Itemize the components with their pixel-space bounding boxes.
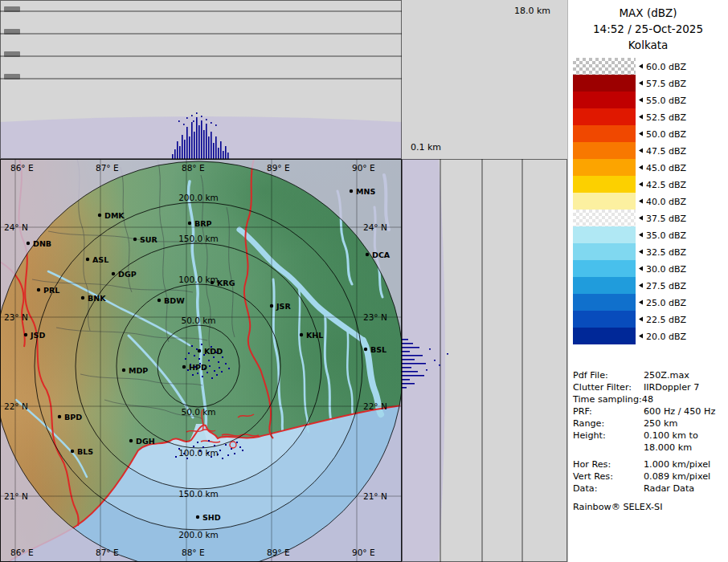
- svg-text:24° N: 24° N: [363, 222, 387, 232]
- legend-value-label: 47.5 dBZ: [639, 145, 686, 156]
- legend-arrow-icon: [639, 317, 643, 322]
- legend-value-label: 27.5 dBZ: [639, 280, 686, 291]
- legend-entry: 55.0 dBZ: [568, 92, 728, 108]
- legend-arrow-icon: [639, 267, 643, 271]
- svg-text:89° E: 89° E: [267, 163, 290, 173]
- legend-entry: 27.5 dBZ: [568, 277, 728, 294]
- metadata-row: Vert Res:0.089 km/pixel: [573, 470, 727, 483]
- svg-text:150.0 km: 150.0 km: [178, 489, 219, 499]
- legend-swatch: [573, 328, 636, 344]
- legend-swatch: [573, 142, 636, 159]
- legend-entry: 20.0 dBZ: [568, 328, 728, 344]
- legend-swatch: [573, 159, 636, 176]
- legend-arrow-icon: [639, 334, 643, 339]
- metadata-row: Range:250 km: [573, 417, 727, 430]
- software-branding: Rainbow® SELEX-SI: [573, 501, 727, 513]
- legend-entry: 25.0 dBZ: [568, 294, 728, 311]
- legend-value-label: 50.0 dBZ: [639, 128, 686, 139]
- legend-swatch: [573, 210, 636, 226]
- legend-arrow-icon: [639, 283, 643, 288]
- height-min-label: 0.1 km: [411, 142, 441, 153]
- legend-arrow-icon: [639, 250, 643, 255]
- svg-text:DCA: DCA: [372, 250, 391, 259]
- svg-text:23° N: 23° N: [4, 312, 28, 322]
- legend-entry: 52.5 dBZ: [568, 108, 728, 125]
- svg-text:ASL: ASL: [92, 255, 108, 264]
- svg-text:MDP: MDP: [129, 366, 148, 375]
- legend-arrow-icon: [639, 64, 643, 69]
- legend-entry: 45.0 dBZ: [568, 159, 728, 176]
- svg-text:200.0 km: 200.0 km: [178, 193, 219, 202]
- svg-text:KRG: KRG: [217, 279, 235, 287]
- svg-text:BRP: BRP: [194, 219, 212, 228]
- legend-value-label: 20.0 dBZ: [639, 331, 686, 341]
- legend-value-label: 37.5 dBZ: [639, 213, 686, 223]
- side-out-of-range-region: [402, 159, 445, 562]
- legend-value-label: 35.0 dBZ: [639, 230, 686, 240]
- svg-text:90° E: 90° E: [352, 548, 375, 557]
- svg-text:BSL: BSL: [370, 345, 386, 354]
- legend-swatch: [573, 92, 636, 108]
- legend-arrow-icon: [639, 233, 643, 238]
- svg-text:HPD: HPD: [189, 363, 207, 372]
- legend-swatch: [573, 75, 636, 92]
- side-height-profile-panel: [402, 159, 567, 562]
- svg-text:DNB: DNB: [33, 239, 51, 248]
- svg-text:KHL: KHL: [306, 331, 323, 340]
- legend-value-label: 25.0 dBZ: [639, 297, 686, 307]
- legend-value-label: 55.0 dBZ: [639, 95, 686, 105]
- svg-text:SUR: SUR: [140, 235, 158, 244]
- legend-value-label: 42.5 dBZ: [639, 179, 686, 189]
- svg-text:89° E: 89° E: [267, 548, 290, 557]
- svg-text:87° E: 87° E: [96, 548, 119, 557]
- svg-text:KDD: KDD: [204, 347, 223, 356]
- legend-entry: 32.5 dBZ: [568, 243, 728, 260]
- svg-text:BNK: BNK: [88, 294, 106, 303]
- legend-swatch: [573, 226, 636, 243]
- legend-panel: MAX (dBZ) 14:52 / 25-Oct-2025 Kolkata 60…: [567, 0, 728, 562]
- metadata-row: 18.000 km: [573, 442, 727, 454]
- legend-arrow-icon: [639, 132, 643, 136]
- metadata-block: Pdf File:250Z.maxClutter Filter:IIRDoppl…: [573, 369, 727, 513]
- svg-text:DGH: DGH: [136, 437, 155, 446]
- metadata-row: Height:0.100 km to: [573, 430, 727, 442]
- legend-entry: 40.0 dBZ: [568, 193, 728, 210]
- legend-swatch: [573, 311, 636, 328]
- legend-header: MAX (dBZ) 14:52 / 25-Oct-2025 Kolkata: [568, 5, 728, 53]
- legend-swatch: [573, 125, 636, 142]
- svg-text:22° N: 22° N: [363, 401, 387, 411]
- svg-text:21° N: 21° N: [363, 491, 387, 501]
- metadata-row: Data:Radar Data: [573, 483, 727, 495]
- product-title: MAX (dBZ): [568, 5, 728, 21]
- svg-text:88° E: 88° E: [182, 548, 205, 557]
- svg-text:200.0 km: 200.0 km: [178, 530, 219, 540]
- radar-display-window: 200.0 km 150.0 km 100.0 km 50.0 km 50.0 …: [0, 0, 728, 562]
- legend-swatch: [573, 260, 636, 277]
- metadata-row: Hor Res:1.000 km/pixel: [573, 458, 727, 470]
- svg-text:JSD: JSD: [30, 331, 45, 340]
- legend-entry: 37.5 dBZ: [568, 210, 728, 226]
- legend-arrow-icon: [639, 98, 643, 103]
- metadata-row: Pdf File:250Z.max: [573, 369, 727, 381]
- svg-text:23° N: 23° N: [363, 312, 387, 322]
- legend-arrow-icon: [639, 182, 643, 187]
- legend-entry: 22.5 dBZ: [568, 311, 728, 328]
- svg-text:90° E: 90° E: [352, 163, 375, 173]
- svg-text:BLS: BLS: [77, 447, 93, 456]
- svg-text:86° E: 86° E: [10, 548, 34, 557]
- legend-swatch: [573, 193, 636, 210]
- legend-arrow-icon: [639, 165, 643, 170]
- legend-entry: 42.5 dBZ: [568, 176, 728, 193]
- radar-map: 200.0 km 150.0 km 100.0 km 50.0 km 50.0 …: [0, 159, 402, 562]
- metadata-row: Time sampling:48: [573, 393, 727, 405]
- metadata-rows: Pdf File:250Z.maxClutter Filter:IIRDoppl…: [573, 369, 727, 495]
- legend-swatch: [573, 58, 636, 75]
- legend-arrow-icon: [639, 300, 643, 305]
- svg-text:SHD: SHD: [202, 513, 221, 522]
- legend-value-label: 52.5 dBZ: [639, 112, 686, 122]
- svg-text:87° E: 87° E: [96, 163, 119, 173]
- legend-entry: 35.0 dBZ: [568, 226, 728, 243]
- height-max-label: 18.0 km: [514, 6, 550, 16]
- legend-arrow-icon: [639, 199, 643, 204]
- legend-swatch: [573, 176, 636, 193]
